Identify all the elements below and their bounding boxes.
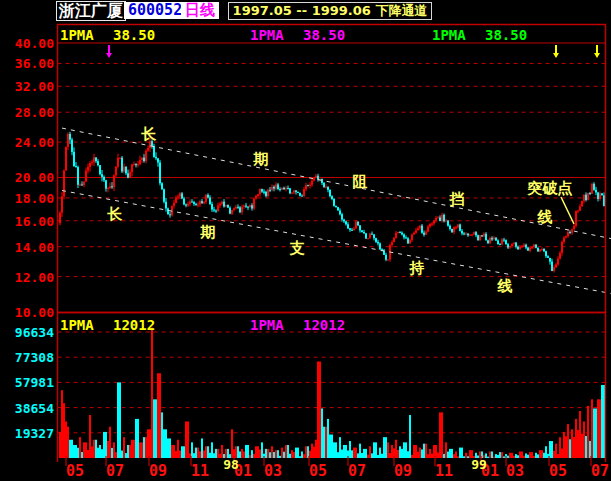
volume-bar <box>525 453 527 458</box>
candle-body <box>569 232 571 233</box>
candle-body <box>557 259 559 265</box>
volume-bar <box>549 441 551 458</box>
candle-body <box>369 234 371 239</box>
month-label: 09 <box>149 462 167 480</box>
candle-body <box>289 188 291 193</box>
candle-body <box>81 184 83 185</box>
volume-bar <box>143 437 145 458</box>
volume-bar <box>513 456 515 458</box>
volume-bar <box>349 441 351 458</box>
candlesticks <box>59 132 605 273</box>
volume-bar <box>373 442 375 458</box>
candle-body <box>321 179 323 183</box>
candle-body <box>601 193 603 195</box>
volume-bar <box>321 408 323 458</box>
candle-body <box>65 147 67 170</box>
candle-body <box>159 162 161 183</box>
volume-bar <box>427 454 429 458</box>
candle-body <box>283 188 285 189</box>
candle-body <box>411 234 413 240</box>
candle-body <box>497 240 499 244</box>
volume-bar <box>449 449 451 458</box>
candle-body <box>519 247 521 250</box>
volume-bar <box>141 442 143 458</box>
candle-body <box>351 230 353 231</box>
volume-bar <box>519 451 521 458</box>
candle-body <box>441 215 443 221</box>
volume-bar <box>211 442 213 458</box>
volume-bar <box>243 451 245 458</box>
volume-bar <box>145 437 147 458</box>
candle-body <box>189 202 191 204</box>
candle-body <box>419 226 421 229</box>
candle-body <box>153 146 155 157</box>
volume-bar <box>315 440 317 458</box>
volume-bar <box>413 445 415 458</box>
volume-ma-label: 1PMA <box>60 317 94 333</box>
month-label: 05 <box>549 462 567 480</box>
volume-bar <box>543 453 545 458</box>
volume-bar <box>121 451 123 458</box>
volume-bar <box>509 453 511 458</box>
volume-bar <box>179 450 181 458</box>
candle-body <box>395 233 397 238</box>
candle-body <box>421 226 423 233</box>
candle-body <box>597 192 599 199</box>
volume-bar <box>217 449 219 458</box>
volume-bar <box>451 449 453 458</box>
volume-bar <box>71 440 73 458</box>
volume-bar <box>491 451 493 458</box>
volume-bar <box>495 454 497 458</box>
volume-bar <box>487 457 489 458</box>
volume-bar <box>523 456 525 458</box>
candle-body <box>577 211 579 212</box>
volume-bar <box>515 454 517 458</box>
candle-body <box>331 196 333 199</box>
candle-body <box>593 184 595 190</box>
candle-body <box>357 222 359 226</box>
volume-bar <box>537 454 539 458</box>
support-line-char: 长 <box>108 205 123 224</box>
volume-bar <box>323 427 325 458</box>
volume-bar <box>273 452 275 458</box>
support-line-char: 线 <box>498 277 513 296</box>
candle-body <box>253 198 255 208</box>
volume-bar <box>255 446 257 458</box>
volume-bar <box>285 445 287 458</box>
volume-y-tick: 57981 <box>2 375 54 390</box>
volume-bar <box>275 450 277 458</box>
volume-bar <box>387 442 389 458</box>
candle-body <box>223 202 225 207</box>
candle-body <box>523 245 525 247</box>
candle-body <box>515 243 517 247</box>
volume-bar <box>467 456 469 458</box>
resistance-line-char: 线 <box>538 208 553 227</box>
candle-body <box>127 173 129 178</box>
volume-bar <box>123 437 125 458</box>
price-ma-label: 1PMA <box>250 27 284 43</box>
candle-body <box>409 240 411 243</box>
candle-body <box>291 193 293 194</box>
volume-bar <box>489 451 491 458</box>
candle-body <box>365 233 367 238</box>
candle-body <box>121 158 123 172</box>
candle-body <box>323 183 325 187</box>
volume-bar <box>167 438 169 458</box>
volume-bar <box>171 445 173 458</box>
candle-body <box>279 189 281 190</box>
volume-bar <box>175 451 177 458</box>
volume-bar <box>583 421 585 458</box>
candle-body <box>85 171 87 182</box>
candle-body <box>507 244 509 247</box>
volume-bar <box>551 441 553 458</box>
candle-body <box>79 184 81 185</box>
month-label: 11 <box>435 462 453 480</box>
volume-bar <box>265 449 267 458</box>
candle-body <box>303 189 305 196</box>
candle-body <box>517 247 519 250</box>
volume-bar <box>299 456 301 458</box>
volume-bar <box>603 385 605 458</box>
price-y-tick: 16.00 <box>2 213 54 228</box>
volume-bar <box>561 449 563 458</box>
candle-body <box>185 204 187 205</box>
